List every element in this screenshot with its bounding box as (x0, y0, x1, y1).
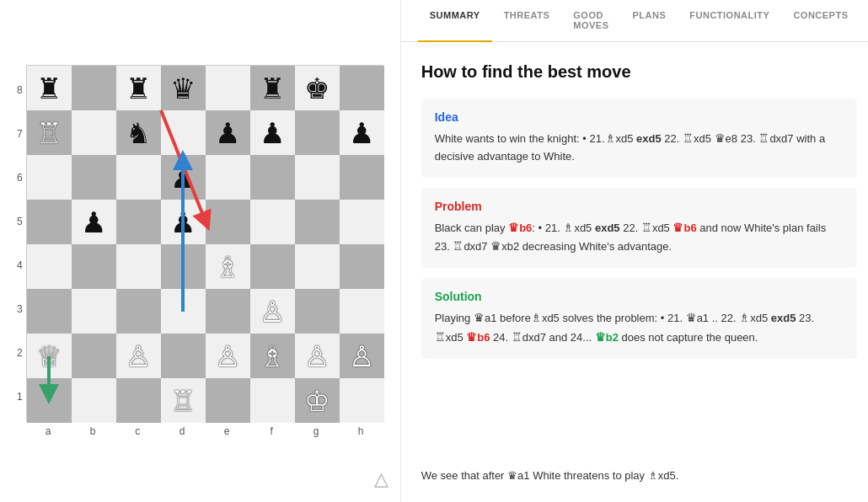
cell-c4[interactable] (116, 244, 161, 289)
cell-a4[interactable] (27, 244, 72, 289)
problem-body: Black can play ♛b6: • 21. ♗xd5 exd5 22. … (435, 218, 844, 257)
cell-g4[interactable] (295, 244, 340, 289)
cell-b2[interactable] (72, 334, 116, 378)
cell-a6[interactable] (27, 155, 72, 200)
piece-a7: ♖ (36, 119, 62, 147)
rank-1: 1 (17, 375, 23, 419)
idea-section: Idea White wants to win the knight: • 21… (421, 99, 857, 178)
cell-b3[interactable] (72, 289, 116, 334)
piece-g1: ♔ (304, 387, 330, 415)
cell-b7[interactable] (72, 110, 116, 155)
cell-d1[interactable]: ♖ (161, 378, 206, 423)
cell-h3[interactable] (340, 289, 384, 334)
cell-e4[interactable]: ♗ (206, 244, 250, 289)
cell-g2[interactable]: ♙ (295, 334, 340, 378)
cell-d3[interactable] (161, 289, 206, 334)
cell-f2[interactable]: ♗ (250, 334, 295, 378)
cell-c3[interactable] (116, 289, 161, 334)
tab-good-moves[interactable]: GOOD MOVES (561, 0, 620, 42)
cell-b5[interactable]: ♟ (72, 200, 116, 244)
bottom-note: We see that after ♛a1 White threatens to… (401, 467, 868, 485)
cell-a5[interactable] (27, 200, 72, 244)
cell-g6[interactable] (295, 155, 340, 200)
chess-board[interactable]: ♜♜♛♜♚♖♞♟♟♟♟♟♟♗♙♕♙♙♗♙♙♖♔ (26, 65, 383, 422)
cell-h1[interactable] (340, 378, 384, 423)
cell-h4[interactable] (340, 244, 384, 289)
cell-b1[interactable] (72, 378, 116, 423)
cell-d7[interactable] (161, 110, 206, 155)
cell-a3[interactable] (27, 289, 72, 334)
content-area: How to find the best move Idea White wan… (401, 42, 868, 467)
file-b: b (71, 425, 115, 437)
left-panel: 8 7 6 5 4 3 2 1 (0, 0, 400, 502)
cell-h7[interactable]: ♟ (340, 110, 384, 155)
cell-h5[interactable] (340, 200, 384, 244)
tab-threats[interactable]: THREATS (492, 0, 562, 42)
cell-f8[interactable]: ♜ (250, 66, 295, 110)
cell-c1[interactable] (116, 378, 161, 423)
cell-e6[interactable] (206, 155, 250, 200)
cell-c5[interactable] (116, 200, 161, 244)
piece-d1: ♖ (170, 387, 196, 415)
cell-e2[interactable]: ♙ (206, 334, 250, 378)
cell-f7[interactable]: ♟ (250, 110, 295, 155)
cell-e7[interactable]: ♟ (206, 110, 250, 155)
rank-6: 6 (17, 156, 23, 200)
cell-h8[interactable] (340, 66, 384, 110)
cell-e8[interactable] (206, 66, 250, 110)
cell-f4[interactable] (250, 244, 295, 289)
rank-8: 8 (17, 68, 23, 112)
cell-c2[interactable]: ♙ (116, 334, 161, 378)
cell-e3[interactable] (206, 289, 250, 334)
cell-f5[interactable] (250, 200, 295, 244)
idea-title: Idea (435, 110, 844, 124)
cell-f3[interactable]: ♙ (250, 289, 295, 334)
tab-summary[interactable]: SUMMARY (418, 0, 492, 42)
cell-g5[interactable] (295, 200, 340, 244)
cell-e1[interactable] (206, 378, 250, 423)
file-e: e (205, 425, 249, 437)
cell-h2[interactable]: ♙ (340, 334, 384, 378)
piece-b5: ♟ (81, 208, 106, 237)
piece-e7: ♟ (215, 119, 240, 147)
piece-d6: ♟ (170, 163, 196, 192)
cell-d6[interactable]: ♟ (161, 155, 206, 200)
rank-labels: 8 7 6 5 4 3 2 1 (17, 65, 23, 422)
file-h: h (339, 425, 383, 437)
cell-d5[interactable]: ♟ (161, 200, 206, 244)
cell-a2[interactable]: ♕ (27, 334, 72, 378)
cell-c8[interactable]: ♜ (116, 66, 161, 110)
cell-a8[interactable]: ♜ (27, 66, 72, 110)
cell-f1[interactable] (250, 378, 295, 423)
cell-d8[interactable]: ♛ (161, 66, 206, 110)
cell-h6[interactable] (340, 155, 384, 200)
file-labels: a b c d e f g h (26, 425, 383, 437)
piece-d5: ♟ (170, 208, 196, 237)
cell-b8[interactable] (72, 66, 116, 110)
cell-e5[interactable] (206, 200, 250, 244)
piece-f7: ♟ (260, 119, 285, 147)
piece-e2: ♙ (215, 342, 240, 371)
cell-f6[interactable] (250, 155, 295, 200)
cell-c6[interactable] (116, 155, 161, 200)
solution-title: Solution (435, 290, 844, 303)
cell-d4[interactable] (161, 244, 206, 289)
cell-c7[interactable]: ♞ (116, 110, 161, 155)
cell-g1[interactable]: ♔ (295, 378, 340, 423)
piece-e4: ♗ (215, 253, 240, 281)
cell-d2[interactable] (161, 334, 206, 378)
piece-g8: ♚ (304, 74, 330, 103)
cell-b6[interactable] (72, 155, 116, 200)
cell-g3[interactable] (295, 289, 340, 334)
chess-board-container: 8 7 6 5 4 3 2 1 (17, 65, 383, 437)
cell-g7[interactable] (295, 110, 340, 155)
tab-plans[interactable]: PLANS (621, 0, 678, 42)
cell-a7[interactable]: ♖ (27, 110, 72, 155)
cell-b4[interactable] (72, 244, 116, 289)
file-d: d (160, 425, 205, 437)
tab-functionality[interactable]: FUNCTIONALITY (678, 0, 781, 42)
bell-icon: △ (374, 468, 388, 490)
tab-concepts[interactable]: CONCEPTS (781, 0, 860, 42)
cell-a1[interactable] (27, 378, 72, 423)
cell-g8[interactable]: ♚ (295, 66, 340, 110)
